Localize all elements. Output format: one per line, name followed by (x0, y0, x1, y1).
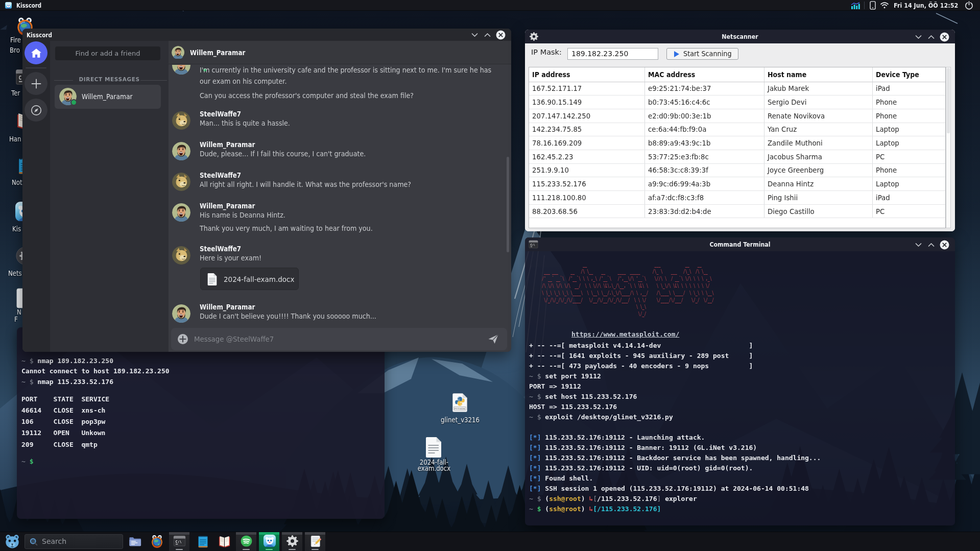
terminal-line: [*] 115.233.52.176:19112 - Banner: 19112… (529, 443, 757, 453)
network-activity-icon[interactable] (851, 2, 861, 9)
phone-icon[interactable] (870, 1, 876, 10)
attachment-card[interactable]: 2024-fall-exam.docx (200, 268, 299, 290)
netscanner-close-button[interactable] (939, 32, 949, 42)
table-row[interactable]: 111.218.100.80af:a7:dc:f8:c3:f8Ping Ishi… (529, 191, 945, 205)
power-icon[interactable] (965, 1, 973, 10)
taskbar-search[interactable]: Search (25, 534, 123, 549)
table-scrollbar-thumb[interactable] (947, 68, 950, 133)
terminal-text-segment: https://www.metasploit.com/ (571, 330, 679, 338)
table-cell: PC (872, 150, 945, 163)
table-row[interactable]: 162.45.2.2353:77:25:e3:fb:8cJacobus Shar… (529, 150, 945, 163)
table-cell: 167.52.171.17 (529, 82, 644, 95)
minimize-icon (471, 33, 478, 37)
message-author[interactable]: Willem_Paramar (200, 201, 255, 210)
message-author[interactable]: SteelWaffe7 (200, 109, 241, 118)
taskbar-terminal-button[interactable]: C:\ (173, 535, 186, 547)
taskbar-handbook-button[interactable] (218, 535, 231, 548)
table-column-header[interactable]: Host name (764, 67, 872, 82)
netscanner-titlebar[interactable]: Netscanner (525, 30, 955, 43)
message-avatar[interactable] (172, 304, 190, 323)
table-row[interactable]: 142.234.75.85ce:6a:44:fb:f9:0aYan CruzLa… (529, 123, 945, 136)
terminal-text-segment: ~ $ (21, 357, 37, 365)
clock[interactable]: Fri 14 Jun, ÖÖ 12:52 (894, 0, 958, 11)
taskbar-settings-button[interactable] (286, 535, 299, 547)
desktop-file-python[interactable]: PYTHON (452, 393, 468, 413)
table-cell-text: Jakub Marek (768, 84, 809, 92)
message-avatar[interactable] (172, 111, 190, 130)
add-server-button[interactable] (25, 72, 47, 95)
terminal-close-button[interactable] (939, 239, 949, 250)
message-text: Dude, please... If I fail this course, I… (200, 149, 366, 159)
terminal-maximize-button[interactable] (926, 239, 936, 250)
message-author[interactable]: SteelWaffe7 (200, 171, 241, 180)
taskbar-files-button[interactable] (128, 535, 142, 548)
table-row[interactable]: 88.203.68.5623:83:3d:d2:b4:deDiego Casti… (529, 204, 945, 218)
chat-scrollbar-thumb[interactable] (507, 157, 509, 252)
table-row[interactable]: 251.9.9.1046:58:3c:c8:39:3fJoyce Greenbe… (529, 163, 945, 177)
message-avatar[interactable] (172, 142, 190, 160)
topbar-separator (864, 2, 865, 9)
send-icon[interactable] (488, 333, 499, 345)
ip-mask-input[interactable]: 189.182.23.250 (567, 48, 658, 60)
table-column-header[interactable]: Device Type (872, 67, 945, 82)
command-terminal-window[interactable]: C:\ Command Terminal __ ___ __ __ ___ __… (525, 237, 955, 525)
terminal-line: 106 CLOSE pop3pw (21, 417, 105, 427)
netscanner-window[interactable]: NetscannerIP Mask:189.182.23.250Start Sc… (525, 30, 955, 231)
terminal-text-segment: [*] (529, 434, 541, 441)
message-author[interactable]: SteelWaffe7 (200, 244, 241, 253)
table-cell-text: iPad (876, 194, 890, 202)
start-scanning-button[interactable]: Start Scanning (666, 48, 738, 60)
desktop-file-docx[interactable] (425, 436, 442, 459)
table-row[interactable]: 78.16.169.209b8:89:a9:43:9c:1bZandile Mu… (529, 136, 945, 150)
terminal-text-segment: nmap 189.182.23.250 (37, 357, 113, 365)
message-avatar[interactable] (172, 203, 190, 222)
message-author[interactable]: Willem_Paramar (200, 140, 255, 149)
table-column-header[interactable]: MAC address (644, 67, 764, 82)
home-button[interactable] (25, 41, 47, 64)
table-cell-text: e2:d0:9b:00:3e:1b (648, 112, 711, 120)
wifi-icon[interactable] (880, 2, 889, 9)
table-column-header[interactable]: IP address (529, 67, 644, 82)
rail-separator (26, 67, 46, 68)
kisscord-titlebar[interactable]: Kisscord (22, 29, 511, 41)
message-avatar[interactable] (172, 173, 190, 191)
nmap-terminal-window[interactable]: ~ $ nmap 189.182.23.250Cannot connect to… (17, 327, 385, 519)
notes-running-indicator (312, 549, 319, 550)
netscanner-minimize-button[interactable] (913, 32, 923, 42)
table-row[interactable]: 207.147.142.250e2:d0:9b:00:3e:1bRenate N… (529, 109, 945, 123)
message-input[interactable]: Message @SteelWaffe7 (171, 328, 507, 350)
kisscord-window[interactable]: KisscordFind or add a friendDIRECT MESSA… (22, 29, 511, 352)
terminal-text-segment: ~ (21, 458, 30, 465)
attachment-filename[interactable]: 2024-fall-exam.docx (224, 268, 294, 291)
explore-button[interactable] (25, 99, 47, 122)
table-cell-text: Joyce Greenberg (768, 166, 824, 174)
table-row[interactable]: 115.233.52.176a9:9c:d6:99:4a:3bDeanna Hi… (529, 177, 945, 191)
table-scrollbar[interactable] (946, 67, 951, 228)
kisscord-maximize-button[interactable] (482, 30, 492, 40)
desktop-screen: Fire Bro C:\ Ter Han Not Kis Nets N F PY… (0, 0, 980, 551)
taskbar-spotify-button[interactable] (240, 535, 253, 547)
taskbar-browser-button[interactable] (150, 535, 164, 548)
taskbar-notepad-button[interactable] (196, 535, 210, 548)
attach-plus-icon[interactable] (177, 333, 188, 345)
taskbar-kisscord-button[interactable] (264, 535, 276, 547)
table-cell: Ping Ishii (764, 191, 872, 205)
kisscord-close-button[interactable] (495, 30, 506, 40)
kisscord-minimize-button[interactable] (469, 30, 480, 40)
terminal-titlebar[interactable]: C:\ Command Terminal (525, 237, 955, 251)
browser-icon (150, 535, 164, 548)
terminal-text-segment: [*] (529, 454, 541, 462)
table-row[interactable]: 167.52.171.17e9:25:21:74:be:37Jakub Mare… (529, 82, 945, 95)
dm-conversation-item[interactable]: Willem_Paramar (55, 85, 161, 109)
find-friend-search[interactable]: Find or add a friend (55, 46, 160, 60)
netscanner-maximize-button[interactable] (926, 32, 936, 42)
message-author[interactable]: Willem_Paramar (200, 302, 255, 312)
terminal-line: https://www.metasploit.com/ (571, 329, 679, 340)
taskbar-notes-button[interactable] (309, 535, 322, 548)
terminal-minimize-button[interactable] (913, 239, 923, 250)
message-avatar[interactable] (172, 65, 190, 75)
table-row[interactable]: 136.90.15.149b0:73:45:16:c4:6cSergio Dev… (529, 95, 945, 109)
docx-file-icon (425, 436, 442, 459)
message-avatar[interactable] (172, 246, 190, 265)
start-menu-button[interactable] (4, 534, 20, 549)
